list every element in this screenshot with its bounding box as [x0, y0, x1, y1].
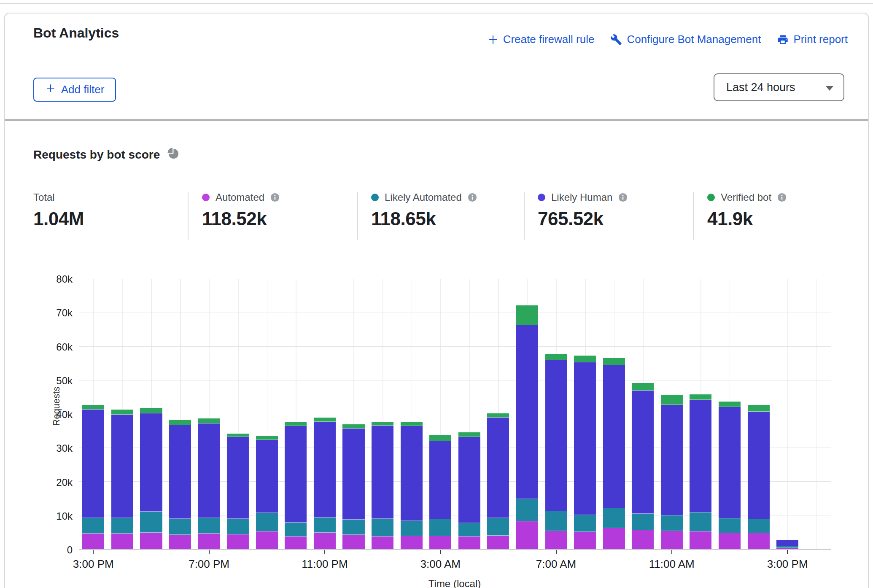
info-icon[interactable]: [777, 193, 787, 202]
info-icon[interactable]: [270, 193, 280, 202]
segment-verified-bot: [401, 422, 423, 426]
segment-likely-human: [603, 365, 625, 508]
segment-likely-automated: [545, 511, 567, 531]
legend-dot-likely-automated: [371, 194, 379, 201]
segment-verified-bot: [82, 405, 104, 410]
bar-11-00-AM[interactable]: [661, 279, 683, 549]
bar-9-00-AM[interactable]: [603, 279, 625, 549]
bar-8-00-AM[interactable]: [574, 279, 596, 549]
segment-verified-bot: [690, 394, 711, 400]
x-tick: [324, 550, 325, 554]
bar-10-00-PM[interactable]: [285, 279, 307, 549]
bar-3-00-PM[interactable]: [82, 279, 104, 549]
action-label: Configure Bot Management: [627, 33, 761, 46]
bar-4-00-PM[interactable]: [111, 279, 133, 549]
segment-automated: [429, 536, 451, 549]
segment-automated: [719, 533, 741, 549]
action-label: Print report: [793, 33, 848, 46]
segment-likely-automated: [111, 518, 133, 534]
segment-automated: [776, 548, 798, 549]
bar-10-00-AM[interactable]: [632, 279, 654, 549]
bar-12-00-AM[interactable]: [342, 279, 364, 549]
bar-11-00-PM[interactable]: [314, 279, 336, 549]
bar-7-00-PM[interactable]: [198, 279, 220, 549]
segment-likely-automated: [342, 520, 364, 534]
bar-12-00-PM[interactable]: [690, 279, 711, 549]
wrench-icon: [610, 34, 622, 46]
add-filter-button[interactable]: Add filter: [33, 78, 116, 102]
segment-likely-human: [256, 440, 278, 513]
configure-bot-management-link[interactable]: Configure Bot Management: [610, 33, 761, 46]
time-range-select[interactable]: Last 24 hours: [714, 73, 844, 101]
bar-6-00-AM[interactable]: [516, 279, 538, 549]
stat-divider: [524, 192, 525, 240]
segment-verified-bot: [342, 424, 364, 429]
y-tick-label: 20k: [56, 477, 73, 488]
segment-automated: [314, 533, 336, 549]
segment-likely-automated: [429, 519, 451, 536]
stat-label: Verified bot: [721, 192, 771, 203]
stat-verified-bot: Verified bot 41.9k: [707, 192, 787, 229]
stat-value: 118.65k: [371, 208, 477, 229]
segment-likely-human: [632, 391, 654, 514]
bar-7-00-AM[interactable]: [545, 279, 567, 549]
horizontal-gridline: [79, 313, 831, 313]
segment-automated: [285, 537, 307, 549]
bar-3-00-AM[interactable]: [429, 279, 451, 549]
stat-divider: [188, 192, 189, 240]
bar-5-00-PM[interactable]: [140, 279, 162, 549]
page-title: Bot Analytics: [33, 25, 119, 41]
bot-analytics-card: Bot Analytics Create firewall rule Confi…: [4, 13, 869, 588]
segment-automated: [690, 531, 711, 549]
bar-4-00-AM[interactable]: [458, 279, 480, 549]
bar-6-00-PM[interactable]: [169, 279, 191, 549]
segment-likely-human: [516, 325, 538, 499]
create-firewall-rule-link[interactable]: Create firewall rule: [488, 33, 595, 46]
bar-1-00-PM[interactable]: [719, 279, 741, 549]
horizontal-gridline: [79, 346, 831, 347]
bar-2-00-AM[interactable]: [401, 279, 423, 549]
plot-area: [79, 279, 831, 550]
segment-likely-human: [111, 415, 133, 518]
bar-3-00-PM[interactable]: [776, 279, 798, 549]
segment-likely-automated: [516, 499, 538, 522]
segment-likely-automated: [314, 518, 336, 533]
y-tick-label: 40k: [56, 409, 73, 421]
segment-likely-human: [82, 410, 104, 518]
segment-verified-bot: [140, 408, 162, 414]
print-report-link[interactable]: Print report: [777, 33, 848, 46]
legend-dot-automated: [202, 194, 210, 201]
info-icon[interactable]: [618, 193, 628, 202]
segment-likely-automated: [603, 508, 625, 528]
segment-likely-automated: [719, 518, 741, 533]
time-range-value: Last 24 hours: [726, 81, 795, 94]
vertical-gridline: [816, 279, 817, 549]
segment-verified-bot: [516, 305, 538, 325]
segment-automated: [342, 535, 364, 549]
segment-automated: [227, 534, 249, 549]
segment-automated: [661, 531, 683, 549]
bar-8-00-PM[interactable]: [227, 279, 249, 549]
bars: [79, 279, 831, 549]
bar-1-00-AM[interactable]: [372, 279, 393, 549]
header-actions: Create firewall rule Configure Bot Manag…: [488, 33, 848, 46]
header-divider: [5, 119, 868, 121]
y-axis-labels: 010k20k30k40k50k60k70k80k: [5, 279, 73, 550]
segment-likely-human: [690, 400, 711, 512]
bar-5-00-AM[interactable]: [487, 279, 509, 549]
horizontal-gridline: [79, 448, 831, 448]
segment-likely-human: [748, 412, 770, 519]
stat-value: 1.04M: [33, 208, 84, 229]
bar-2-00-PM[interactable]: [748, 279, 770, 549]
x-tick: [787, 550, 788, 554]
segment-likely-human: [169, 425, 191, 519]
bar-9-00-PM[interactable]: [256, 279, 278, 549]
stat-label: Likely Human: [551, 192, 612, 203]
segment-verified-bot: [574, 356, 596, 362]
segment-automated: [603, 528, 625, 549]
info-icon[interactable]: [468, 193, 477, 202]
add-filter-label: Add filter: [61, 83, 105, 96]
segment-verified-bot: [545, 354, 567, 360]
segment-likely-automated: [285, 523, 307, 537]
chart-section-title: Requests by bot score: [33, 147, 180, 163]
